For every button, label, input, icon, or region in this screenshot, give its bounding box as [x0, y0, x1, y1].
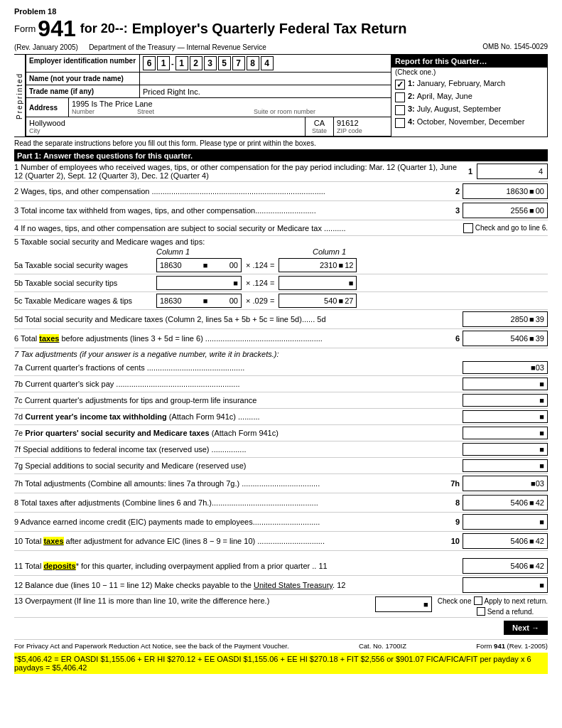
preprinted-label: Preprinted [14, 54, 26, 137]
col1-header: Column 1 [156, 247, 298, 256]
line7g-desc: 7g Special additions to social security … [14, 461, 463, 470]
line3-desc: 3 Total income tax withheld from wages, … [14, 206, 453, 215]
line4-check[interactable]: Check and go to line 6. [463, 223, 548, 233]
line7f-row: 7f Special additions to federal income t… [14, 441, 548, 458]
ein-dash: - [171, 59, 174, 68]
line7e-row: 7e Prior quarters' social security and M… [14, 425, 548, 441]
line3-num: 3 [455, 206, 460, 215]
report-items: ✓ 1: January, February, March 2: April, … [391, 77, 547, 130]
name-label: Name (not your trade name) [26, 73, 140, 85]
read-note: Read the separate instructions before yo… [14, 137, 548, 150]
footer: For Privacy Act and Paperwork Reduction … [14, 639, 548, 650]
report-title: Report for this Quarter… [391, 55, 547, 68]
line5c-label: 5c Taxable Medicare wages & tips [14, 296, 156, 305]
line3-value: 2556■00 [463, 203, 548, 218]
report-num-1: 1: [408, 79, 415, 87]
line7d-row: 7d Current year's income tax withholding… [14, 409, 548, 425]
ein-digit-4: 2 [190, 56, 202, 70]
report-text-4: October, November, December [417, 117, 525, 126]
line7g-box: ■ [463, 459, 548, 472]
line5b-row: 5b Taxable social security tips ■ × .124… [14, 274, 548, 292]
line6-taxes-word: taxes [39, 334, 59, 343]
report-item-3[interactable]: 3: July, August, September [395, 105, 544, 115]
line7f-desc: 7f Special additions to federal income t… [14, 445, 463, 454]
line5a-input: 18630■00 [156, 258, 242, 272]
ein-digit-5: 3 [204, 56, 217, 70]
send-checkbox[interactable] [477, 607, 485, 616]
problem-label: Problem 18 [14, 7, 548, 16]
city-state-zip: Hollywood City CA State 91612 ZIP code [26, 117, 391, 136]
report-item-4[interactable]: 4: October, November, December [395, 117, 544, 128]
line7f-box: ■ [463, 443, 548, 456]
col2-header: Column 1 [313, 247, 346, 256]
line5b-result: ■ [279, 276, 357, 290]
line2-num: 2 [455, 187, 460, 196]
checkbox-1[interactable]: ✓ [395, 80, 405, 90]
line7-header: 7 Tax adjustments (if your answer is a n… [14, 348, 548, 360]
line9-value: ■ [463, 514, 548, 530]
line5a-label: 5a Taxable social security wages [14, 261, 156, 269]
line4-desc: 4 If no wages, tips, and other compensat… [14, 224, 463, 232]
line2-desc: 2 Wages, tips, and other compensation ..… [14, 187, 453, 196]
line4-checkbox[interactable] [463, 223, 473, 233]
form-header: Form 941 for 20--: Employer's Quarterly … [14, 17, 548, 40]
line7a-row: 7a Current quarter's fractions of cents … [14, 360, 548, 376]
line10-taxes-word: taxes [43, 537, 63, 545]
form-title: Employer's Quarterly Federal Tax Return [132, 21, 407, 37]
apply-checkbox[interactable] [474, 596, 482, 605]
report-text-3: July, August, September [417, 105, 501, 113]
line7e-bold: Prior quarters' social security and Medi… [25, 429, 209, 437]
line7h-value: ■03 [463, 476, 548, 491]
line10-num: 10 [451, 537, 460, 545]
checkbox-2[interactable] [395, 92, 405, 102]
name-value[interactable] [140, 73, 391, 85]
report-subtitle: (Check one.) [391, 68, 547, 77]
name-input[interactable] [143, 75, 388, 83]
line7e-desc: 7e Prior quarters' social security and M… [14, 429, 463, 437]
line5c-input: 18630■00 [156, 294, 242, 308]
send-text: Send a refund. [487, 608, 534, 616]
report-item-1[interactable]: ✓ 1: January, February, March [395, 79, 544, 90]
address-block: Address 1995 Is The Price Lane Number St… [26, 98, 391, 136]
next-label: Next → [512, 623, 539, 632]
line12-desc: 12 Balance due (lines 10 − 11 = line 12)… [14, 581, 463, 589]
form-word: Form [14, 23, 36, 34]
line8-value: 5406■42 [463, 495, 548, 510]
line5a-result: 2310■12 [279, 258, 357, 272]
line2-value: 18630■00 [463, 183, 548, 199]
privacy-note: For Privacy Act and Paperwork Reduction … [14, 642, 289, 650]
line7a-desc: 7a Current quarter's fractions of cents … [14, 363, 463, 372]
check-one-label: Check one [438, 597, 472, 605]
line8-num: 8 [455, 498, 460, 507]
line1-desc: 1 Number of employees who received wages… [14, 163, 464, 180]
line1-row: 1 Number of employees who received wages… [14, 161, 548, 182]
line5-header: 5 Taxable social security and Medicare w… [14, 236, 548, 247]
checkbox-4[interactable] [395, 118, 405, 128]
line2-row: 2 Wages, tips, and other compensation ..… [14, 182, 548, 201]
next-button[interactable]: Next → [504, 621, 548, 635]
report-item-2[interactable]: 2: April, May, June [395, 92, 544, 102]
part1-header: Part 1: Answer these questions for this … [14, 150, 548, 161]
footer-form: Form 941 (Rev. 1-2005) [476, 642, 548, 650]
line5a-row: 5a Taxable social security wages 18630■0… [14, 257, 548, 274]
line6-num: 6 [455, 334, 460, 343]
line5b-mult: × .124 = [246, 279, 274, 287]
ein-digit-8: 8 [247, 56, 259, 70]
ein-digit-9: 4 [261, 56, 274, 70]
report-section: Report for this Quarter… (Check one.) ✓ … [391, 54, 548, 137]
address-label: Address [26, 98, 69, 117]
line7d-desc: 7d Current year's income tax withholding… [14, 412, 463, 421]
line5c-result: 540■27 [279, 294, 357, 308]
line6-row: 6 Total taxes before adjustments (lines … [14, 329, 548, 348]
line12-row: 12 Balance due (lines 10 − 11 = line 12)… [14, 576, 548, 595]
line5a-mult: × .124 = [246, 261, 274, 269]
yellow-note: *$5,406.42 = ER OASDI $1,155.06 + ER HI … [14, 653, 548, 674]
next-section: Next → [14, 621, 548, 635]
name-row: Name (not your trade name) [26, 73, 391, 85]
line7h-row: 7h Total adjustments (Combine all amount… [14, 474, 548, 493]
checkbox-3[interactable] [395, 105, 405, 115]
line7c-row: 7c Current quarter's adjustments for tip… [14, 392, 548, 409]
line7a-box: ■03 [463, 361, 548, 374]
trade-row: Trade name (if any) Priced Right Inc. [26, 85, 391, 98]
line11-row: 11 Total deposits* for this quarter, inc… [14, 557, 548, 576]
